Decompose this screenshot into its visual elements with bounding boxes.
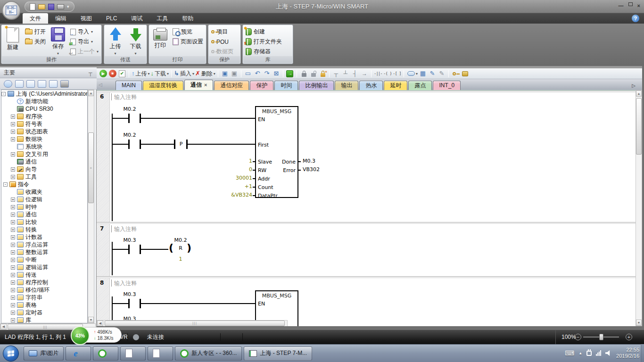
tree-expander-icon[interactable]: + bbox=[11, 303, 15, 307]
insert-button[interactable]: ↳插入▾ bbox=[174, 69, 194, 78]
output-value[interactable]: VB302 bbox=[303, 166, 320, 173]
tree-expander-icon[interactable]: + bbox=[11, 296, 15, 300]
tab-output[interactable]: 输出 bbox=[335, 81, 358, 90]
tab-temp-humidity-convert[interactable]: 温湿度转换 bbox=[143, 81, 183, 90]
start-button[interactable] bbox=[3, 346, 19, 362]
tree-item-tools[interactable]: + 工具 bbox=[1, 173, 87, 181]
app-icon[interactable]: H̶H̶H̶ bbox=[2, 1, 21, 20]
contact-label[interactable]: M0.3 bbox=[118, 291, 141, 297]
goto-icon[interactable]: → bbox=[286, 69, 294, 78]
tree-item-program-block[interactable]: + 程序块 bbox=[1, 113, 87, 120]
tree-expander-icon[interactable]: + bbox=[11, 167, 15, 172]
delete-button[interactable]: ✗删除▾ bbox=[195, 69, 215, 78]
taskbar-button-explorer[interactable]: 库\图片 bbox=[24, 346, 64, 361]
tree-expander-icon[interactable]: + bbox=[11, 265, 15, 270]
param-value[interactable]: &VB324 bbox=[203, 192, 252, 198]
preview-button[interactable]: 预览 bbox=[171, 27, 205, 37]
library-open-folder-button[interactable]: 打开文件夹 bbox=[244, 37, 284, 47]
tree-expander-icon[interactable]: + bbox=[11, 243, 15, 247]
run-button[interactable]: ▶ bbox=[99, 69, 107, 78]
apply-symbol-icon[interactable]: ✎ bbox=[438, 69, 446, 78]
tree-item-timers[interactable]: + 定时器 bbox=[1, 309, 87, 316]
tree-expander-icon[interactable]: + bbox=[11, 175, 15, 179]
next-bookmark-icon[interactable]: ↷ bbox=[263, 69, 271, 78]
scroll-up-icon[interactable]: ▲ bbox=[88, 90, 94, 96]
tree-expander-icon[interactable]: + bbox=[11, 280, 15, 285]
network-signal-icon[interactable] bbox=[596, 350, 601, 356]
tab-hot-water[interactable]: 热水 bbox=[359, 81, 383, 90]
cross-reference-icon[interactable] bbox=[49, 80, 58, 88]
coil-tool-icon[interactable]: -( ) bbox=[383, 69, 392, 78]
coil-type[interactable]: R bbox=[173, 245, 188, 251]
keyboard-icon[interactable]: ⌨ bbox=[565, 349, 574, 357]
tree-item-move[interactable]: + 传送 bbox=[1, 271, 87, 279]
tree-expander-icon[interactable]: + bbox=[11, 250, 15, 255]
previous-button[interactable]: 上一个▾ bbox=[68, 47, 100, 57]
tab-proportional-output[interactable]: 比例输出 bbox=[299, 81, 334, 90]
network-comment[interactable]: 输入注释 bbox=[114, 280, 137, 288]
taskbar-button-doc-1[interactable] bbox=[120, 346, 146, 361]
tree-item-shift-rotate[interactable]: + 移位/循环 bbox=[1, 286, 87, 294]
tree-item-floating-point[interactable]: + 浮点运算 bbox=[1, 241, 87, 248]
tree-item-string[interactable]: + 字符串 bbox=[1, 294, 87, 301]
library-memory-button[interactable]: 存储器 bbox=[244, 47, 284, 57]
menu-plc[interactable]: PLC bbox=[99, 13, 124, 24]
download-ribbon-button[interactable]: 下载 ▾ bbox=[125, 26, 146, 56]
new-file-icon[interactable] bbox=[30, 3, 35, 10]
stop-button[interactable]: ■ bbox=[108, 69, 117, 78]
tree-expander-icon[interactable]: + bbox=[11, 205, 15, 209]
tree-item-favorites[interactable]: 收藏夹 bbox=[1, 188, 87, 196]
open-file-icon[interactable] bbox=[38, 4, 45, 9]
save-button[interactable]: 保存 ▾ bbox=[48, 26, 68, 56]
subroutine-step-icon[interactable]: ▣ bbox=[221, 69, 229, 78]
tree-item-counters[interactable]: + 计数器 bbox=[1, 233, 87, 241]
power-icon[interactable] bbox=[586, 351, 592, 356]
tree-item-status-chart[interactable]: + 状态图表 bbox=[1, 128, 87, 135]
menu-view[interactable]: 视图 bbox=[74, 13, 99, 24]
tree-item-interrupt[interactable]: + 中断 bbox=[1, 256, 87, 263]
compile-button[interactable]: ✔ bbox=[118, 69, 126, 78]
tree-expander-icon[interactable]: + bbox=[11, 220, 15, 224]
show-desktop-button[interactable] bbox=[641, 344, 644, 362]
tree-item-table[interactable]: + 表格 bbox=[1, 301, 87, 309]
tab-communication[interactable]: 通信× bbox=[184, 80, 213, 90]
tree-item-logic-operations[interactable]: + 逻辑运算 bbox=[1, 263, 87, 271]
tree-item-wizard[interactable]: + 向导 bbox=[1, 165, 87, 173]
lock-add-icon[interactable] bbox=[318, 69, 327, 78]
edit-symbol-icon[interactable]: ✎ bbox=[428, 69, 437, 78]
menu-debug[interactable]: 调试 bbox=[124, 13, 149, 24]
save-dropdown-icon[interactable]: ▾ bbox=[57, 51, 59, 56]
tree-expander-icon[interactable]: + bbox=[11, 130, 15, 134]
tree-expander-icon[interactable]: + bbox=[11, 273, 15, 277]
scroll-left-icon[interactable]: ◀ bbox=[0, 324, 7, 329]
status-chart-icon[interactable] bbox=[26, 80, 35, 88]
tree-item-data-block[interactable]: + 数据块 bbox=[1, 135, 87, 143]
scroll-thumb[interactable]: ||| bbox=[105, 321, 285, 326]
pin-icon[interactable]: ⊤ bbox=[88, 69, 93, 76]
wire-right-icon[interactable]: → bbox=[360, 69, 369, 78]
contact-label[interactable]: M0.3 bbox=[118, 237, 141, 243]
address-tag-icon[interactable]: ▾ bbox=[406, 69, 418, 78]
param-value[interactable]: 0 bbox=[203, 166, 252, 173]
network-comment[interactable]: 输入注释 bbox=[114, 225, 137, 233]
tab-main[interactable]: MAIN bbox=[116, 81, 142, 90]
tree-item-program-control[interactable]: + 程序控制 bbox=[1, 279, 87, 286]
symbol-table-icon[interactable]: ▦ bbox=[419, 69, 427, 78]
quick-access-dropdown-icon[interactable]: ▾ bbox=[67, 4, 69, 9]
communication-icon[interactable] bbox=[60, 80, 69, 88]
new-button[interactable]: 新建 bbox=[2, 26, 23, 56]
wire-junction-icon[interactable]: ┴ bbox=[341, 69, 350, 78]
param-value[interactable]: 1 bbox=[203, 158, 252, 164]
tree-item-cpu[interactable]: CPU SR30 bbox=[1, 105, 87, 113]
editor-v-scrollbar[interactable]: ▲ ▼ bbox=[636, 90, 642, 326]
contact-label[interactable]: M0.2 bbox=[118, 132, 141, 138]
show-hidden-icons[interactable]: ▲ bbox=[578, 351, 582, 355]
tree-item-clock[interactable]: + 时钟 bbox=[1, 203, 87, 211]
prev-bookmark-icon[interactable]: ↶ bbox=[253, 69, 262, 78]
close-button[interactable]: × bbox=[637, 2, 640, 9]
tree-expander-icon[interactable]: + bbox=[11, 258, 15, 262]
import-button[interactable]: 导入▾ bbox=[68, 27, 100, 37]
tree-item-convert[interactable]: + 转换 bbox=[1, 226, 87, 233]
open-button[interactable]: 打开 bbox=[23, 27, 48, 37]
tree-expander-icon[interactable]: + bbox=[11, 311, 15, 315]
